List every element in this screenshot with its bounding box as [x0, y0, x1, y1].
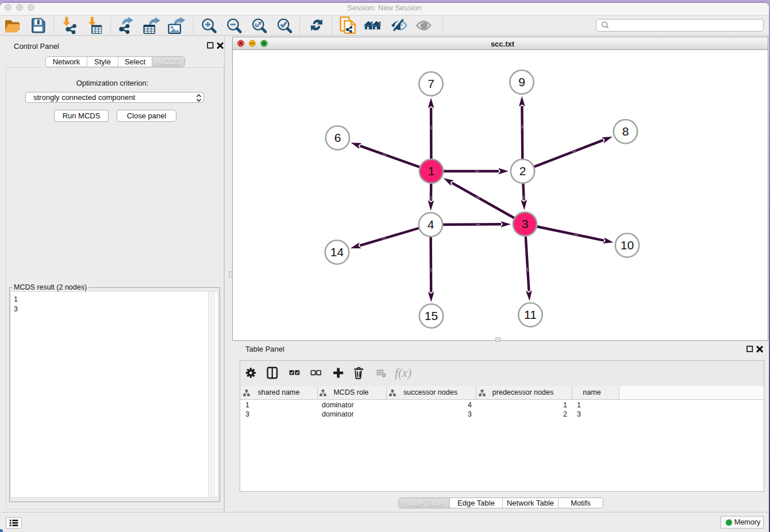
- svg-text:14: 14: [330, 245, 344, 259]
- svg-text:6: 6: [334, 131, 341, 144]
- svg-text:11: 11: [524, 308, 537, 321]
- svg-text:8: 8: [622, 125, 629, 138]
- svg-text:4: 4: [428, 218, 434, 231]
- svg-text:10: 10: [621, 238, 634, 252]
- svg-text:2: 2: [519, 164, 526, 178]
- svg-text:3: 3: [522, 217, 529, 230]
- svg-text:1: 1: [428, 164, 435, 178]
- svg-text:f(x): f(x): [395, 366, 411, 380]
- svg-text:9: 9: [518, 75, 525, 88]
- svg-text:7: 7: [428, 77, 434, 90]
- svg-text:15: 15: [425, 309, 438, 322]
